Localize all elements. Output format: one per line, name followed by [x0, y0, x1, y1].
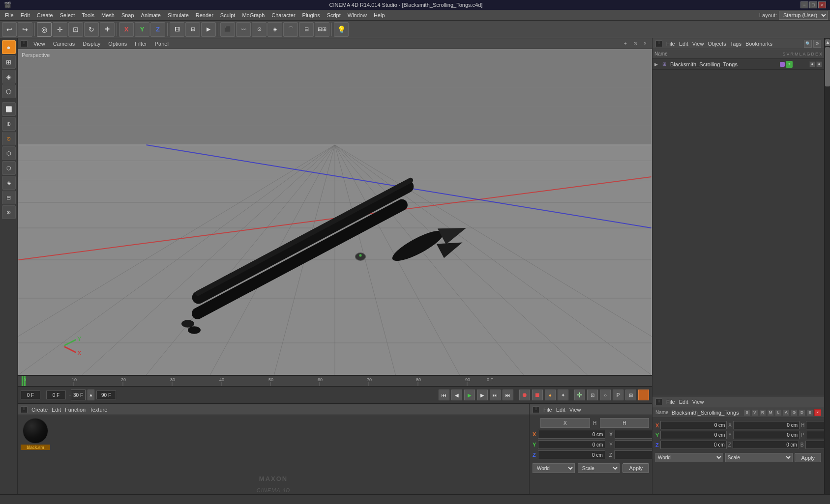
vp-menu-filter[interactable]: Filter	[133, 40, 148, 48]
tool-polys[interactable]: ⬡	[2, 84, 16, 98]
rcoord-y-pos[interactable]	[660, 431, 727, 439]
attr-menu-edit[interactable]: Edit	[679, 399, 688, 405]
surface-btn[interactable]: ⊟	[299, 22, 314, 37]
vp-menu-panel[interactable]: Panel	[153, 40, 171, 48]
menu-tools[interactable]: Tools	[79, 11, 97, 19]
vp-ctrl-x[interactable]: ×	[641, 40, 649, 48]
y-pos-input[interactable]	[538, 440, 605, 449]
mat-menu-function[interactable]: Function	[65, 407, 86, 413]
menu-mograph[interactable]: MoGraph	[239, 11, 267, 19]
obj-menu-edit[interactable]: Edit	[679, 41, 688, 47]
scrollbar-thumb[interactable]	[825, 47, 830, 86]
menu-plugins[interactable]: Plugins	[299, 11, 323, 19]
rcoord-z-pos[interactable]	[660, 441, 727, 449]
minimize-btn[interactable]: −	[800, 1, 808, 8]
record-btn[interactable]: ⏺	[519, 390, 530, 400]
tool-edges[interactable]: ◈	[2, 70, 16, 84]
z-size-input[interactable]	[614, 450, 652, 459]
tool-f[interactable]: ◈	[2, 176, 16, 190]
rcoord-y-size[interactable]	[733, 431, 800, 439]
menu-mesh[interactable]: Mesh	[98, 11, 118, 19]
motion-btn[interactable]: ✦	[558, 390, 568, 400]
vis-icon-s[interactable]: S	[743, 409, 750, 416]
obj-row-tongs[interactable]: ▶ ⊞ Blacksmith_Scrolling_Tongs T ● ●	[652, 59, 824, 70]
obj-menu-file[interactable]: File	[666, 41, 675, 47]
tl-scale-btn[interactable]: ⊡	[587, 390, 598, 400]
viewport-canvas[interactable]: Y X Perspective	[18, 49, 652, 375]
world-dropdown[interactable]: World Object	[533, 463, 575, 473]
rcoord-apply-button[interactable]: Apply	[795, 453, 821, 462]
obj-menu-view[interactable]: View	[692, 41, 704, 47]
nurbs-btn[interactable]: ⊙	[252, 22, 267, 37]
menu-window[interactable]: Window	[345, 11, 370, 19]
undo-btn[interactable]: ↩	[2, 22, 17, 37]
redo-btn[interactable]: ↪	[18, 22, 32, 37]
camera-btn[interactable]: ⊞⊞	[315, 22, 329, 37]
tool-b[interactable]: ⊕	[2, 117, 16, 131]
rcoord-x-pos[interactable]	[660, 421, 727, 429]
move-btn[interactable]: ✛	[53, 22, 67, 37]
rcoord-x-size[interactable]	[733, 421, 800, 429]
vis-icon-m[interactable]: M	[767, 409, 774, 416]
menu-file[interactable]: File	[2, 11, 17, 19]
vp-menu-view[interactable]: View	[31, 40, 47, 48]
rcoord-world-dropdown[interactable]: World	[655, 453, 723, 462]
vis-icon-d[interactable]: D	[799, 409, 805, 416]
close-btn[interactable]: ×	[818, 1, 826, 8]
menu-script[interactable]: Script	[324, 11, 344, 19]
rcoord-z-size[interactable]	[733, 441, 799, 449]
go-end-btn[interactable]: ⏭	[490, 390, 501, 400]
attr-menu-file[interactable]: File	[666, 399, 675, 405]
vis-icon-l[interactable]: L	[775, 409, 782, 416]
curve-btn[interactable]: ⌒	[283, 22, 298, 37]
menu-sculpt[interactable]: Sculpt	[217, 11, 238, 19]
start-frame-input[interactable]	[46, 391, 66, 399]
fps-up-btn[interactable]: ▲	[88, 390, 94, 400]
coord-menu-view[interactable]: View	[569, 407, 581, 413]
obj-render-btn[interactable]: ●	[816, 61, 822, 67]
menu-render[interactable]: Render	[193, 11, 216, 19]
menu-select[interactable]: Select	[57, 11, 78, 19]
obj-menu-bookmarks[interactable]: Bookmarks	[745, 41, 772, 47]
obj-texture-tag[interactable]: T	[786, 61, 793, 68]
render-active-btn[interactable]: ▶	[201, 22, 216, 37]
tool-h[interactable]: ⊛	[2, 205, 16, 219]
prev-frame-btn[interactable]: ◀	[451, 390, 462, 400]
x-pos-input[interactable]	[538, 430, 605, 439]
mat-menu-create[interactable]: Create	[31, 407, 48, 413]
vis-icon-e[interactable]: E	[806, 409, 813, 416]
play-btn[interactable]: ▶	[464, 390, 475, 400]
light-btn[interactable]: 💡	[334, 22, 349, 37]
tool-a[interactable]: ⬜	[2, 102, 16, 116]
vp-menu-display[interactable]: Display	[81, 40, 102, 48]
obj-vis-btn[interactable]: ●	[809, 61, 815, 67]
vis-icon-g[interactable]: G	[791, 409, 798, 416]
scale-dropdown[interactable]: Scale Size	[578, 463, 620, 473]
menu-character[interactable]: Character	[268, 11, 298, 19]
tool-points[interactable]: ⊞	[2, 55, 16, 69]
obj-color-tag[interactable]	[780, 62, 785, 67]
coord-menu-edit[interactable]: Edit	[556, 407, 565, 413]
z-axis-btn[interactable]: Z	[150, 22, 165, 37]
layout-dropdown[interactable]: Startup (User)	[779, 11, 828, 20]
y-axis-btn[interactable]: Y	[135, 22, 149, 37]
live-select-btn[interactable]: ◎	[37, 22, 52, 37]
render-po-btn[interactable]: 🎞	[170, 22, 184, 37]
go-start-btn[interactable]: ⏮	[439, 390, 449, 400]
tool-c[interactable]: ⊙	[2, 132, 16, 145]
deformer-btn[interactable]: ◈	[267, 22, 282, 37]
vp-ctrl-plus[interactable]: +	[622, 40, 629, 48]
mat-menu-texture[interactable]: Texture	[89, 407, 107, 413]
scale-btn[interactable]: ⊡	[68, 22, 83, 37]
menu-edit[interactable]: Edit	[18, 11, 33, 19]
z-pos-input[interactable]	[538, 450, 605, 459]
tool-d[interactable]: ⬡	[2, 146, 16, 160]
stop-btn[interactable]: ⏹	[532, 390, 543, 400]
cube-btn[interactable]: ⬛	[220, 22, 235, 37]
app-scrollbar[interactable]: ▲	[824, 38, 830, 494]
tool-object-mode[interactable]: ●	[2, 40, 16, 54]
obj-icon-search[interactable]: 🔍	[804, 40, 812, 48]
menu-help[interactable]: Help	[371, 11, 388, 19]
viewport-grip[interactable]: ⠿	[21, 40, 28, 47]
loop-btn[interactable]: ⏭	[503, 390, 513, 400]
